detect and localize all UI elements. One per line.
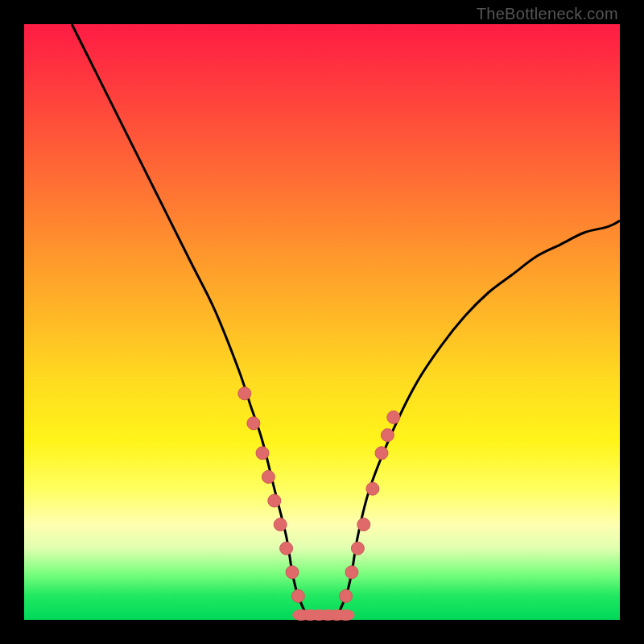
curve-dots-left [238, 387, 305, 603]
curve-dot [291, 589, 304, 602]
curve-dots-right [340, 411, 400, 602]
curve-dot [262, 470, 275, 483]
curve-dot [351, 542, 364, 555]
curve-dot [274, 518, 287, 531]
curve-dot [280, 542, 293, 555]
watermark-text: TheBottleneck.com [477, 5, 618, 23]
curve-dot [357, 518, 370, 531]
curve-dot [345, 566, 358, 579]
curve-dot [381, 429, 394, 442]
curve-dot [387, 411, 400, 423]
curve-dot [340, 589, 353, 602]
curve-dot [247, 417, 260, 430]
bottleneck-curve [72, 24, 620, 621]
chart-frame: TheBottleneck.com [0, 0, 644, 644]
curve-dot [366, 482, 379, 495]
curve-dot [256, 447, 269, 460]
curve-dot [286, 566, 299, 579]
plot-area [24, 24, 620, 620]
chart-svg [24, 24, 620, 620]
curve-floor-dot [337, 609, 355, 621]
curve-dot [375, 447, 388, 460]
curve-floor-dots [292, 609, 355, 621]
curve-dot [238, 387, 251, 400]
curve-dot [268, 494, 281, 507]
